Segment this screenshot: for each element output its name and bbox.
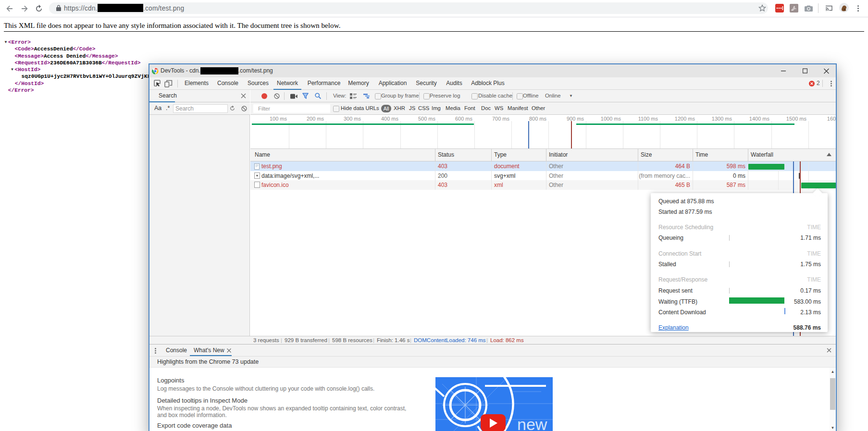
svg-text:new: new [517, 415, 547, 431]
